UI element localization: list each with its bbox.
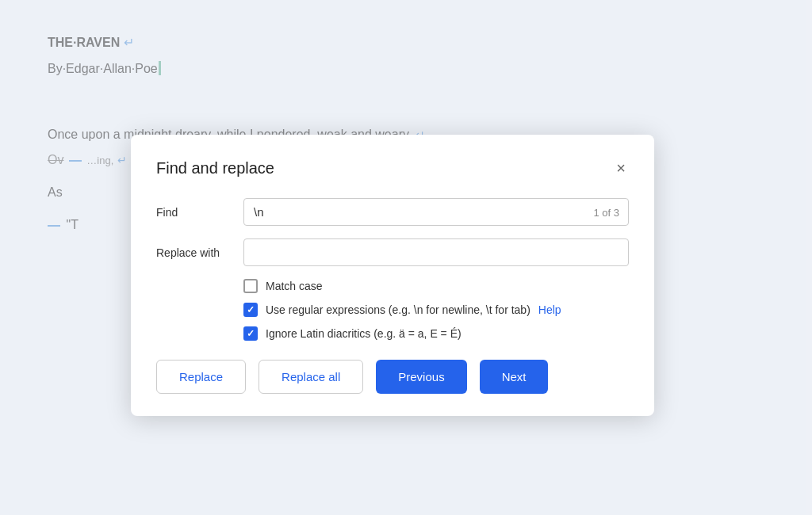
replace-input[interactable] — [243, 238, 629, 266]
option-ignore-diacritics: Ignore Latin diacritics (e.g. ä = a, E =… — [243, 326, 629, 341]
replace-label: Replace with — [156, 246, 243, 259]
option-match-case: Match case — [243, 279, 629, 293]
next-button[interactable]: Next — [480, 360, 549, 394]
action-buttons: Replace Replace all Previous Next — [156, 360, 629, 394]
find-replace-dialog: Find and replace × Find 1 of 3 Replace w… — [131, 135, 654, 416]
match-case-label: Match case — [266, 280, 323, 292]
match-case-checkbox[interactable] — [243, 279, 258, 293]
modal-header: Find and replace × — [156, 157, 629, 179]
find-row: Find 1 of 3 — [156, 198, 629, 226]
ignore-diacritics-checkbox[interactable] — [243, 326, 258, 341]
use-regex-checkbox[interactable] — [243, 303, 258, 317]
use-regex-label: Use regular expressions (e.g. \n for new… — [266, 303, 530, 316]
match-count: 1 of 3 — [593, 206, 619, 218]
option-use-regex: Use regular expressions (e.g. \n for new… — [243, 303, 629, 317]
replace-row: Replace with — [156, 238, 629, 266]
help-link[interactable]: Help — [538, 303, 561, 316]
find-input-wrapper: 1 of 3 — [243, 198, 629, 226]
replace-button[interactable]: Replace — [156, 360, 246, 394]
previous-button[interactable]: Previous — [376, 360, 466, 394]
close-button[interactable]: × — [613, 157, 629, 179]
options-section: Match case Use regular expressions (e.g.… — [243, 279, 629, 341]
find-label: Find — [156, 206, 243, 219]
modal-title: Find and replace — [156, 159, 274, 177]
replace-input-wrapper — [243, 238, 629, 266]
ignore-diacritics-label: Ignore Latin diacritics (e.g. ä = a, E =… — [266, 327, 462, 340]
replace-all-button[interactable]: Replace all — [259, 360, 363, 394]
find-input[interactable] — [243, 198, 629, 226]
